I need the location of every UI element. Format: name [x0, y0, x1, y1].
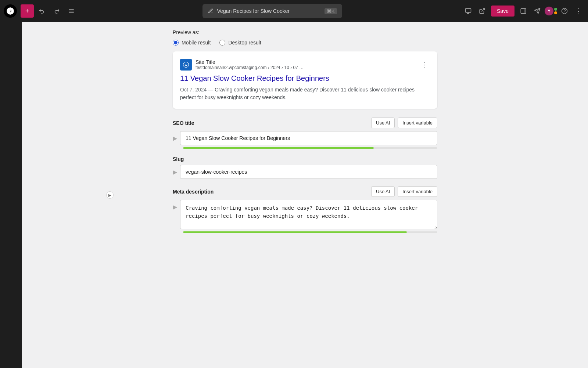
- seo-title-progress-fill: [183, 147, 374, 149]
- body-wrap: ▶ Preview as: Mobile result Desktop resu: [0, 22, 588, 368]
- seo-title-actions: Use AI Insert variable: [371, 118, 437, 128]
- slug-section: Slug ▶: [173, 156, 437, 179]
- meta-description-insert-variable-button[interactable]: Insert variable: [398, 186, 437, 197]
- seo-title-header: SEO title Use AI Insert variable: [173, 118, 437, 128]
- collapse-arrow-wrap: ▶: [106, 191, 114, 199]
- meta-description-label: Meta description: [173, 189, 214, 195]
- slug-input[interactable]: [180, 165, 437, 179]
- svg-text:W: W: [184, 63, 187, 66]
- slug-arrow-icon: ▶: [173, 169, 177, 176]
- publish-icon[interactable]: [531, 4, 544, 18]
- toolbar-right: Save Y: [462, 4, 585, 18]
- meta-description-progress-bg: [183, 231, 437, 233]
- desktop-result-option[interactable]: Desktop result: [219, 40, 261, 46]
- mobile-result-label: Mobile result: [182, 40, 211, 46]
- meta-description-header: Meta description Use AI Insert variable: [173, 186, 437, 197]
- search-bar[interactable]: Vegan Recipes for Slow Cooker ⌘K: [202, 4, 342, 18]
- redo-button[interactable]: [50, 4, 63, 18]
- seo-title-input-row: ▶: [173, 131, 437, 145]
- google-snippet-text: Craving comforting vegan meals made easy…: [180, 87, 415, 100]
- help-icon[interactable]: [558, 4, 571, 18]
- svg-line-8: [482, 8, 485, 11]
- google-date: Oct 7, 2024: [180, 87, 207, 93]
- pen-icon: [208, 8, 214, 14]
- meta-description-arrow-icon: ▶: [173, 203, 177, 210]
- meta-description-textarea-row: ▶ Craving comforting vegan meals made ea…: [173, 200, 437, 229]
- seo-title-use-ai-button[interactable]: Use AI: [371, 118, 395, 128]
- monitor-icon[interactable]: [462, 4, 475, 18]
- main-panel: Preview as: Mobile result Desktop result: [165, 29, 445, 233]
- desktop-result-label: Desktop result: [228, 40, 261, 46]
- search-bar-title: Vegan Recipes for Slow Cooker: [217, 8, 321, 14]
- preview-options: Mobile result Desktop result: [173, 40, 437, 46]
- mobile-result-radio[interactable]: [173, 40, 179, 46]
- seo-title-progress-bg: [183, 147, 437, 149]
- add-button[interactable]: +: [21, 4, 34, 18]
- seo-title-section: SEO title Use AI Insert variable ▶: [173, 118, 437, 149]
- google-favicon: W: [180, 59, 192, 71]
- google-site-info: Site Title testdomainsale2.wpcomstaging.…: [196, 59, 304, 70]
- page-wrap: W +: [0, 0, 588, 368]
- mobile-result-option[interactable]: Mobile result: [173, 40, 211, 46]
- google-site-header: W Site Title testdomainsale2.wpcomstagin…: [180, 59, 430, 71]
- slug-input-row: ▶: [173, 165, 437, 179]
- seo-title-progress-container: [183, 147, 437, 149]
- toolbar-center: Vegan Recipes for Slow Cooker ⌘K: [84, 4, 460, 18]
- yoast-dot-green: [554, 8, 557, 11]
- svg-rect-9: [521, 8, 526, 14]
- meta-description-textarea[interactable]: Craving comforting vegan meals made easy…: [180, 200, 437, 229]
- preview-as-section: Preview as: Mobile result Desktop result: [173, 29, 437, 109]
- yoast-dot-orange: [554, 11, 557, 14]
- google-site-left: W Site Title testdomainsale2.wpcomstagin…: [180, 59, 304, 71]
- google-snippet: Oct 7, 2024 — Craving comforting vegan m…: [180, 86, 430, 101]
- google-site-title: Site Title: [196, 59, 304, 65]
- wp-logo-circle: W: [4, 4, 17, 18]
- toolbar: W +: [0, 0, 588, 22]
- list-view-button[interactable]: [65, 4, 78, 18]
- preview-label: Preview as:: [173, 29, 437, 35]
- svg-text:W: W: [9, 10, 12, 13]
- yoast-icon: Y: [545, 7, 553, 15]
- google-title-link[interactable]: 11 Vegan Slow Cooker Recipes for Beginne…: [180, 73, 430, 83]
- undo-button[interactable]: [35, 4, 49, 18]
- svg-rect-5: [466, 8, 471, 12]
- wp-logo: W: [3, 4, 18, 18]
- seo-title-input[interactable]: [180, 131, 437, 145]
- meta-description-progress-container: [183, 231, 437, 233]
- save-button[interactable]: Save: [491, 6, 514, 17]
- meta-description-section: Meta description Use AI Insert variable …: [173, 186, 437, 233]
- google-site-url: testdomainsale2.wpcomstaging.com › 2024 …: [196, 65, 304, 70]
- favicon-wp-icon: W: [183, 61, 189, 68]
- toolbar-separator: [81, 7, 81, 15]
- google-snippet-separator: —: [208, 87, 215, 93]
- panel-icon[interactable]: [517, 4, 530, 18]
- more-options-icon[interactable]: ⋮: [572, 4, 585, 18]
- desktop-result-radio[interactable]: [219, 40, 225, 46]
- seo-title-insert-variable-button[interactable]: Insert variable: [398, 118, 437, 128]
- meta-description-progress-fill: [183, 231, 407, 233]
- seo-title-arrow-icon: ▶: [173, 135, 177, 142]
- google-preview-card: W Site Title testdomainsale2.wpcomstagin…: [173, 51, 437, 109]
- search-shortcut: ⌘K: [325, 8, 337, 14]
- seo-title-label: SEO title: [173, 120, 194, 126]
- meta-description-actions: Use AI Insert variable: [371, 186, 437, 197]
- external-link-icon[interactable]: [476, 4, 489, 18]
- left-sidebar: [0, 22, 22, 368]
- slug-label: Slug: [173, 156, 184, 162]
- google-more-button[interactable]: ⋮: [420, 59, 430, 70]
- slug-header: Slug: [173, 156, 437, 162]
- collapse-arrow[interactable]: ▶: [106, 191, 114, 199]
- meta-description-use-ai-button[interactable]: Use AI: [371, 186, 395, 197]
- yoast-icon-wrap[interactable]: Y: [545, 7, 557, 15]
